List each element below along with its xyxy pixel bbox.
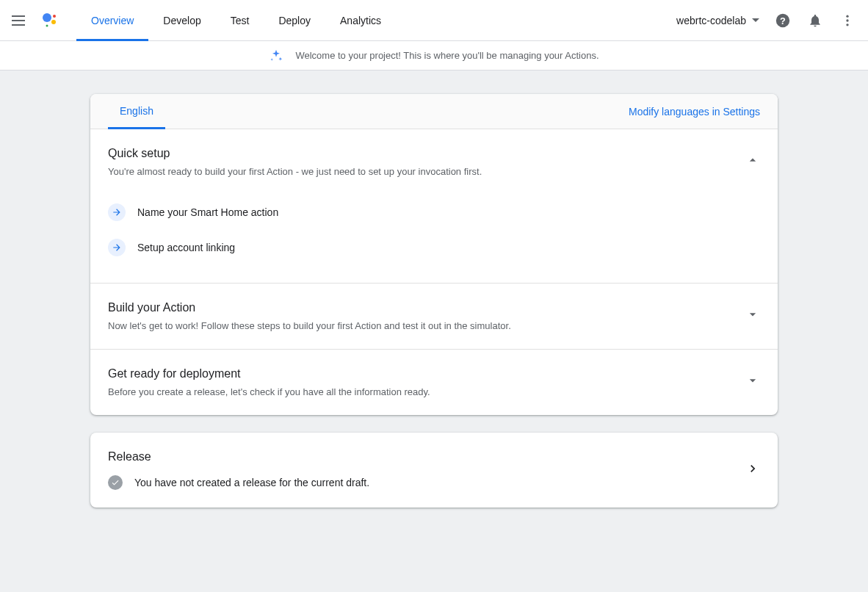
banner-text: Welcome to your project! This is where y…	[295, 50, 598, 61]
section-subtitle: Before you create a release, let's check…	[108, 386, 760, 397]
main-container: English Modify languages in Settings Qui…	[0, 71, 868, 592]
svg-point-0	[43, 13, 51, 22]
section-quick-setup: Quick setup You're almost ready to build…	[90, 129, 778, 284]
content: English Modify languages in Settings Qui…	[90, 94, 778, 508]
section-subtitle: Now let's get to work! Follow these step…	[108, 320, 760, 331]
svg-point-6	[846, 15, 848, 17]
section-deployment[interactable]: Get ready for deployment Before you crea…	[90, 350, 778, 415]
expand-icon[interactable]	[745, 307, 760, 325]
sparkle-icon	[269, 48, 283, 63]
section-title: Build your Action	[108, 301, 760, 314]
notifications-icon[interactable]	[806, 12, 824, 29]
release-status: You have not created a release for the c…	[108, 475, 760, 490]
header-right: webrtc-codelab ?	[676, 12, 856, 29]
svg-text:?: ?	[780, 15, 786, 26]
project-selector[interactable]: webrtc-codelab	[676, 15, 759, 26]
item-label: Setup account linking	[137, 242, 235, 253]
overview-card: English Modify languages in Settings Qui…	[90, 94, 778, 415]
project-name: webrtc-codelab	[676, 15, 746, 26]
dropdown-icon	[752, 18, 759, 22]
section-title: Quick setup	[108, 147, 760, 160]
section-build-action[interactable]: Build your Action Now let's get to work!…	[90, 284, 778, 350]
language-tab-english[interactable]: English	[108, 94, 165, 129]
svg-point-3	[46, 24, 48, 26]
modify-languages-link[interactable]: Modify languages in Settings	[629, 106, 760, 118]
arrow-icon	[108, 239, 126, 256]
hamburger-menu-icon[interactable]	[12, 12, 29, 29]
tab-overview[interactable]: Overview	[76, 0, 148, 41]
chevron-right-icon[interactable]	[745, 461, 760, 479]
tab-test[interactable]: Test	[216, 0, 264, 41]
app-header: Overview Develop Test Deploy Analytics w…	[0, 0, 868, 41]
collapse-icon[interactable]	[745, 153, 760, 170]
check-icon	[108, 475, 123, 490]
svg-point-2	[51, 20, 56, 24]
assistant-logo	[41, 12, 59, 29]
quick-setup-items: Name your Smart Home action Setup accoun…	[108, 195, 760, 265]
tab-develop[interactable]: Develop	[148, 0, 215, 41]
release-status-text: You have not created a release for the c…	[134, 477, 369, 488]
section-subtitle: You're almost ready to build your first …	[108, 166, 760, 177]
help-icon[interactable]: ?	[774, 12, 792, 29]
tab-analytics[interactable]: Analytics	[325, 0, 396, 41]
release-card[interactable]: Release You have not created a release f…	[90, 433, 778, 508]
svg-point-7	[846, 19, 848, 21]
welcome-banner: Welcome to your project! This is where y…	[0, 41, 868, 71]
section-title: Get ready for deployment	[108, 367, 760, 380]
arrow-icon	[108, 203, 126, 221]
tab-deploy[interactable]: Deploy	[264, 0, 325, 41]
nav-tabs: Overview Develop Test Deploy Analytics	[76, 0, 396, 41]
item-account-linking[interactable]: Setup account linking	[108, 230, 760, 265]
more-options-icon[interactable]	[839, 12, 856, 29]
svg-point-1	[53, 15, 56, 18]
item-name-action[interactable]: Name your Smart Home action	[108, 195, 760, 230]
language-tabs-bar: English Modify languages in Settings	[90, 94, 778, 129]
svg-point-8	[846, 24, 848, 26]
release-title: Release	[108, 450, 760, 463]
item-label: Name your Smart Home action	[137, 206, 278, 218]
expand-icon[interactable]	[745, 373, 760, 391]
